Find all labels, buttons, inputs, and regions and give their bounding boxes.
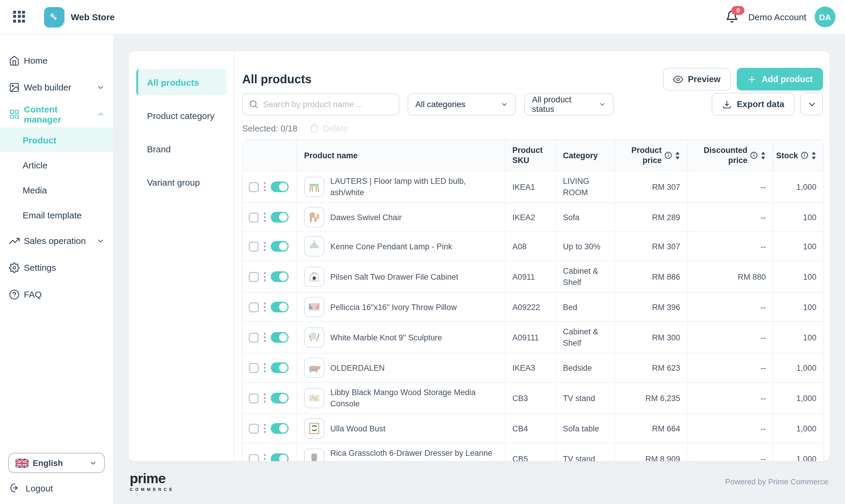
products-table: Product name Product SKU Category Produc… [242,139,824,461]
logout-button[interactable]: Logout [0,483,113,504]
discounted-price: -- [687,443,773,461]
product-thumbnail [304,267,324,287]
status-filter-select[interactable]: All product status [524,93,613,115]
product-thumbnail [304,177,324,197]
product-sku: CB3 [505,382,555,414]
table-row: Pilsen Salt Two Drawer File Cabinet A091… [243,260,824,292]
product-price: RM 886 [615,260,687,292]
row-checkbox[interactable] [249,182,259,192]
stock: 100 [773,292,824,321]
table-row: White Marble Knot 9" Sculpture A09111 Ca… [243,321,824,353]
product-name: LAUTERS | Floor lamp with LED bulb, ash/… [330,176,498,198]
status-toggle[interactable] [271,332,289,343]
status-toggle[interactable] [271,212,289,222]
header-product-sku: Product SKU [505,140,555,171]
header-stock[interactable]: Stock [773,140,824,171]
notifications-bell-icon[interactable]: 0 [726,10,740,24]
gear-icon [9,262,20,273]
sidebar-item-sales-operation[interactable]: Sales operation [0,227,113,254]
subnav-brand[interactable]: Brand [128,136,234,162]
product-category: Bedside [555,353,615,382]
sidebar-item-web-builder[interactable]: Web builder [0,74,113,101]
status-toggle[interactable] [271,271,289,282]
chevron-up-icon [97,110,105,118]
logout-icon [10,483,20,493]
drag-handle-icon[interactable] [263,422,267,434]
row-checkbox[interactable] [249,454,259,461]
add-product-button[interactable]: Add product [737,68,823,90]
subnav-variant-group[interactable]: Variant group [128,169,234,195]
table-row: Kenne Cone Pendant Lamp - Pink A08 Up to… [243,232,824,260]
product-price: RM 307 [615,232,687,260]
stock: 1,000 [773,414,824,443]
drag-handle-icon[interactable] [263,331,267,343]
avatar[interactable]: DA [815,6,835,28]
image-icon [9,82,20,92]
row-checkbox[interactable] [249,393,259,403]
row-checkbox[interactable] [249,241,259,251]
row-checkbox[interactable] [249,424,259,433]
sidebar-item-home[interactable]: Home [0,47,113,74]
sidebar-item-product[interactable]: Product [0,127,113,152]
subnav-all-products[interactable]: All products [136,69,227,95]
status-toggle[interactable] [271,453,289,461]
drag-handle-icon[interactable] [263,392,267,404]
drag-handle-icon[interactable] [263,211,267,223]
row-checkbox[interactable] [249,332,259,342]
row-checkbox[interactable] [249,363,259,373]
account-name[interactable]: Demo Account [748,12,806,22]
app-title: Web Store [71,12,115,22]
preview-button[interactable]: Preview [663,68,731,90]
table-body: LAUTERS | Floor lamp with LED bulb, ash/… [243,171,824,461]
sidebar-item-content-manager[interactable]: Content manager [0,101,113,127]
header-product-name: Product name [296,140,505,171]
row-checkbox[interactable] [249,302,259,312]
sidebar-item-media[interactable]: Media [0,177,113,202]
status-toggle[interactable] [271,302,289,312]
drag-handle-icon[interactable] [263,181,267,193]
table-row: LAUTERS | Floor lamp with LED bulb, ash/… [243,171,824,202]
sidebar-item-email-template[interactable]: Email template [0,202,113,227]
drag-handle-icon[interactable] [263,362,267,374]
more-actions-button[interactable] [801,93,823,115]
status-toggle[interactable] [271,393,289,403]
drag-handle-icon[interactable] [263,301,267,313]
product-name: Kenne Cone Pendant Lamp - Pink [330,241,452,252]
search-input[interactable] [263,100,393,109]
product-thumbnail [304,388,324,408]
app-grid-menu-icon[interactable] [13,11,26,23]
category-filter-select[interactable]: All categories [408,93,516,115]
sidebar-item-faq[interactable]: FAQ [0,281,113,308]
language-select[interactable]: English [8,453,105,473]
row-checkbox[interactable] [249,212,259,222]
row-checkbox[interactable] [249,272,259,282]
drag-handle-icon[interactable] [263,453,267,461]
product-name: Libby Black Mango Wood Storage Media Con… [330,387,498,409]
delete-button[interactable]: Delete [309,124,348,133]
chevron-down-icon [598,100,606,108]
content-area: All products Product category Brand Vari… [113,34,845,504]
table-row: Libby Black Mango Wood Storage Media Con… [243,382,824,414]
subnav-product-category[interactable]: Product category [128,102,234,128]
main-panel: All products Preview [234,51,829,461]
search-box [242,93,399,115]
drag-handle-icon[interactable] [263,271,267,283]
sidebar-item-settings[interactable]: Settings [0,254,113,281]
product-price: RM 307 [615,171,687,202]
header-category: Category [555,140,615,171]
status-toggle[interactable] [271,362,289,373]
sort-icon [760,151,766,159]
header-discounted-price[interactable]: Discounted price [687,140,773,171]
footer: prime COMMERCE Powered by Prime Commerce [128,461,829,491]
status-toggle[interactable] [271,241,289,252]
sidebar-item-article[interactable]: Article [0,152,113,177]
info-icon [801,151,809,160]
status-toggle[interactable] [271,423,289,434]
product-price: RM 396 [615,292,687,321]
status-toggle[interactable] [271,181,289,192]
header-product-price[interactable]: Product price [615,140,687,171]
drag-handle-icon[interactable] [263,240,267,252]
product-category: LIVING ROOM [555,171,615,202]
export-data-button[interactable]: Export data [712,93,794,115]
chevron-down-icon [807,99,817,109]
